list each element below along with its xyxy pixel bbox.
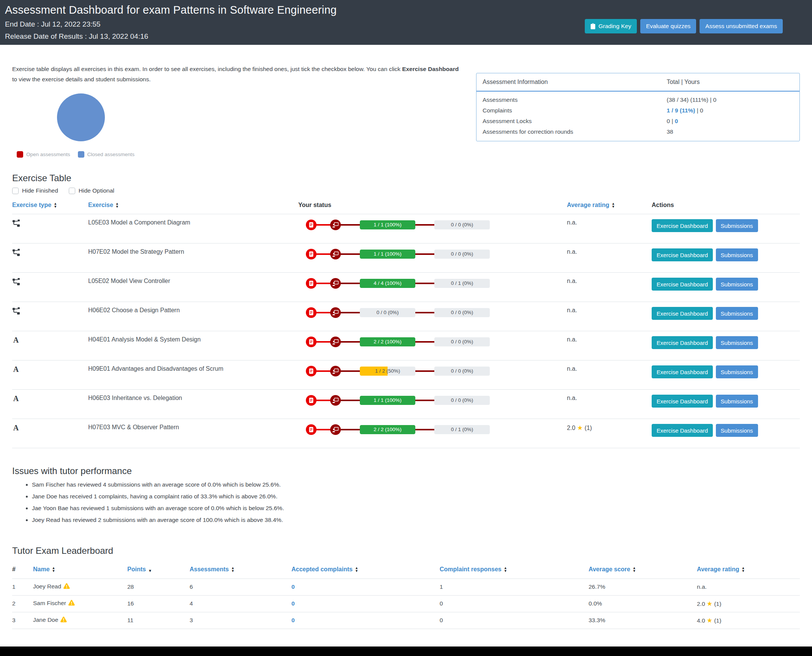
assessment-info-row: Assessments for correction rounds38 [476, 126, 799, 141]
exercise-name: H07E03 MVC & Observer Pattern [88, 424, 179, 430]
leaderboard-heading: Tutor Exam Leaderboard [12, 545, 800, 556]
exercise-dashboard-button[interactable]: Exercise Dashboard [652, 248, 713, 261]
info-row-value: 1 / 9 (11%) | 0 [661, 105, 800, 116]
exercise-dashboard-button[interactable]: Exercise Dashboard [652, 395, 713, 408]
submissions-button[interactable]: Submissions [716, 395, 758, 408]
accepted-complaints-link[interactable]: 0 [291, 600, 295, 607]
exercise-table-row: L05E03 Model a Component Diagram 1 / 1 (… [12, 214, 800, 243]
column-exercise[interactable]: Exercise [88, 199, 298, 214]
exercise-table-row: H06E02 Choose a Design Pattern 0 / 0 (0%… [12, 302, 800, 331]
progress-connector [340, 341, 360, 343]
rank-cell: 1 [12, 579, 33, 595]
exercise-dashboard-button[interactable]: Exercise Dashboard [652, 307, 713, 320]
average-rating-value: n.a. [567, 360, 652, 390]
submissions-button[interactable]: Submissions [716, 336, 758, 349]
leaderboard-column-points[interactable]: Points [127, 562, 190, 579]
assess-unsubmitted-exams-button[interactable]: Assess unsubmitted exams [700, 19, 783, 33]
column-your-status: Your status [298, 199, 567, 214]
tutor-name-cell: Jane Doe [33, 612, 127, 629]
exercise-name: H04E01 Analysis Model & System Design [88, 336, 201, 343]
exercise-table-row: H07E02 Model the Strategy Pattern 1 / 1 … [12, 243, 800, 273]
exercise-name: L05E02 Model View Controller [88, 278, 170, 284]
leaderboard-column-assessments[interactable]: Assessments [190, 562, 291, 579]
exam-header: Assessment Dashboard for exam Patterns i… [0, 0, 812, 45]
footer-bar [0, 647, 812, 656]
main-content: Exercise table displays all exercises in… [0, 45, 812, 629]
project-diagram-icon [12, 219, 20, 227]
submissions-button[interactable]: Submissions [716, 307, 758, 320]
average-rating-value: n.a. [567, 331, 652, 360]
leaderboard-column-name[interactable]: Name [33, 562, 127, 579]
tutor-issue-item: Jae Yoon Bae has reviewed 1 submissions … [32, 505, 800, 511]
star-icon: ★ [707, 600, 712, 607]
exercise-name: H09E01 Advantages and Disadvantages of S… [88, 365, 223, 372]
hide-finished-checkbox[interactable] [12, 188, 19, 194]
warning-icon [60, 616, 67, 624]
progress-connector [316, 341, 331, 343]
exercise-dashboard-button[interactable]: Exercise Dashboard [652, 278, 713, 291]
exercise-table-row: H04E01 Analysis Model & System Design 2 … [12, 331, 800, 360]
grading-key-button[interactable]: Grading Key [585, 19, 637, 33]
exercise-dashboard-button[interactable]: Exercise Dashboard [652, 336, 713, 349]
assessment-progress-chain: 4 / 4 (100%) 0 / 1 (0%) [306, 278, 565, 289]
legend-item-closed-assessments[interactable]: Closed assessments [78, 151, 135, 158]
star-icon: ★ [707, 617, 712, 624]
header-buttons: Grading Key Evaluate quizzes Assess unsu… [585, 19, 783, 33]
exam-submission-icon [306, 249, 317, 259]
tutor-review-icon [330, 424, 341, 435]
info-value-link[interactable]: 0 [675, 118, 678, 124]
column-exercise-type[interactable]: Exercise type [12, 199, 88, 214]
leaderboard-column-average-score[interactable]: Average score [589, 562, 697, 579]
tutor-review-icon [330, 249, 341, 259]
info-row-label: Assessments [476, 92, 661, 105]
progress-connector [316, 312, 331, 313]
submissions-button[interactable]: Submissions [716, 365, 758, 378]
leaderboard-column-accepted-complaints[interactable]: Accepted complaints [291, 562, 440, 579]
progress-connector [316, 429, 331, 430]
info-value-link[interactable]: 1 / 9 (11%) [667, 107, 695, 114]
submissions-button[interactable]: Submissions [716, 278, 758, 291]
progress-connector [316, 283, 331, 284]
hide-optional-checkbox[interactable] [69, 188, 75, 194]
accepted-complaints-link[interactable]: 0 [291, 583, 295, 590]
submissions-button[interactable]: Submissions [716, 219, 758, 232]
release-date-label: Release Date of Results : Jul 13, 2022 0… [5, 32, 783, 41]
progress-connector [415, 400, 435, 401]
exercise-table-row: H09E01 Advantages and Disadvantages of S… [12, 360, 800, 390]
sort-icon [504, 566, 507, 572]
exercise-table: Exercise type Exercise Your status Avera… [12, 199, 800, 448]
accepted-complaints-cell: 0 [291, 579, 440, 595]
second-correction-progress-bar: 0 / 0 (0%) [434, 250, 490, 259]
column-average-rating[interactable]: Average rating [567, 199, 652, 214]
assessment-progress-chain: 2 / 2 (100%) 0 / 1 (0%) [306, 424, 565, 435]
average-rating-value: 2.0 ★ (1) [567, 419, 652, 448]
progress-connector [340, 400, 360, 401]
submissions-button[interactable]: Submissions [716, 248, 758, 261]
average-score-cell: 0.0% [589, 595, 697, 612]
leaderboard-column-complaint-responses[interactable]: Complaint responses [440, 562, 589, 579]
progress-connector [340, 224, 360, 226]
points-cell: 11 [127, 612, 190, 629]
progress-connector [415, 312, 435, 313]
progress-connector [316, 224, 331, 226]
font-icon [12, 424, 20, 432]
legend-item-open-assessments[interactable]: Open assessments [17, 151, 70, 158]
tutor-review-icon [330, 220, 341, 230]
leaderboard-column-average-rating[interactable]: Average rating [697, 562, 800, 579]
star-icon: ★ [577, 424, 583, 432]
accepted-complaints-link[interactable]: 0 [291, 617, 295, 623]
tutor-name-cell: Joey Read [33, 579, 127, 595]
assessment-information-card: Assessment Information Total | Yours Ass… [476, 73, 800, 141]
assessment-progress-chain: 1 / 1 (100%) 0 / 0 (0%) [306, 395, 565, 406]
average-rating-cell: 2.0 ★ (1) [697, 595, 800, 612]
exercise-dashboard-button[interactable]: Exercise Dashboard [652, 219, 713, 232]
assessment-progress-chain: 1 / 2 (50%) 0 / 0 (0%) [306, 365, 565, 377]
font-icon [12, 336, 20, 344]
tutor-review-icon [330, 307, 341, 318]
evaluate-quizzes-button[interactable]: Evaluate quizzes [640, 19, 696, 33]
exercise-dashboard-button[interactable]: Exercise Dashboard [652, 424, 713, 437]
exercise-dashboard-button[interactable]: Exercise Dashboard [652, 365, 713, 378]
submissions-button[interactable]: Submissions [716, 424, 758, 437]
progress-connector [340, 429, 360, 430]
sort-icon [611, 202, 615, 208]
